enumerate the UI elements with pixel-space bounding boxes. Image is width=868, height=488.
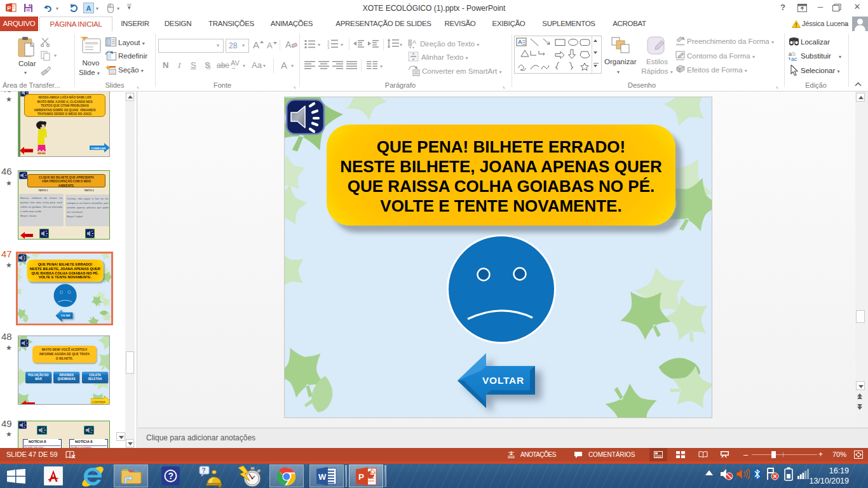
svg-text:CONTINUE: CONTINUE <box>92 400 105 403</box>
svg-text:W: W <box>318 472 327 482</box>
svg-text:VOLTAR: VOLTAR <box>26 403 34 405</box>
svg-text:3: 3 <box>327 46 330 49</box>
svg-text:P: P <box>358 472 364 482</box>
svg-text:VOLTAR: VOLTAR <box>25 234 32 237</box>
svg-text:A: A <box>518 39 522 45</box>
svg-text:VOLTAR: VOLTAR <box>25 150 33 152</box>
svg-text:A: A <box>412 39 416 45</box>
svg-text:?: ? <box>168 471 174 481</box>
svg-text:ac: ac <box>791 56 797 62</box>
svg-text:COMEÇAR: COMEÇAR <box>92 147 107 150</box>
svg-text:VOLTAR: VOLTAR <box>61 315 71 317</box>
svg-text:?: ? <box>202 467 206 474</box>
svg-text:VOLTAR: VOLTAR <box>482 375 524 386</box>
